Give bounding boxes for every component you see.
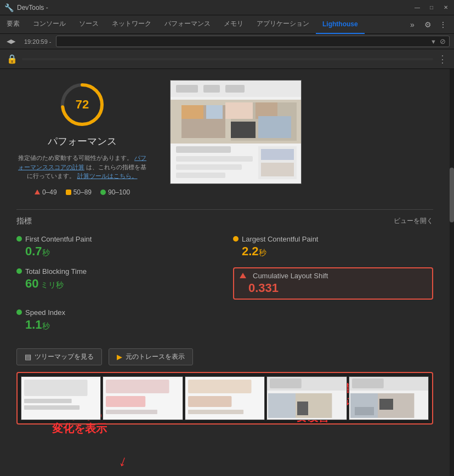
tab-console[interactable]: コンソール xyxy=(26,15,72,34)
metric-si: Speed Index 1.1秒 xyxy=(16,308,217,332)
content-wrapper: 72 パフォーマンス 推定値のため変動する可能性があります。 パフォーマンススコ… xyxy=(0,69,454,476)
filmstrip-frame-5 xyxy=(349,376,429,420)
tab-sources[interactable]: ソース xyxy=(72,15,105,34)
page-screenshot xyxy=(170,80,302,184)
main-panel: 72 パフォーマンス 推定値のため変動する可能性があります。 パフォーマンススコ… xyxy=(0,69,450,476)
metric-lcp-status xyxy=(233,236,239,242)
filmstrip-frame-4 xyxy=(266,376,347,420)
metric-lcp: Largest Contentful Paint 2.2秒 xyxy=(233,235,433,259)
tab-performance[interactable]: パフォーマンス xyxy=(158,15,217,34)
window-controls: — □ ✕ xyxy=(413,4,450,12)
arrow-time-series: ↓ xyxy=(117,452,130,471)
toolbar-nav-icon[interactable]: ◀▶ xyxy=(4,35,18,48)
metric-si-header: Speed Index xyxy=(16,308,217,317)
minimize-button[interactable]: — xyxy=(413,4,421,12)
trace-button[interactable]: ▶ 元のトレースを表示 xyxy=(109,348,193,365)
url-bar: 🔒 ⋮ xyxy=(0,49,454,69)
svg-rect-37 xyxy=(270,378,302,388)
svg-rect-22 xyxy=(261,163,294,176)
svg-rect-29 xyxy=(106,396,145,407)
filmstrip xyxy=(16,372,433,425)
more-tabs-button[interactable]: » xyxy=(406,18,419,31)
svg-rect-47 xyxy=(379,399,393,410)
devtools-tabs: 要素 コンソール ソース ネットワーク パフォーマンス メモリ アプリケーション… xyxy=(0,15,454,34)
filmstrip-frame-2 xyxy=(103,376,183,420)
trace-icon: ▶ xyxy=(117,353,122,361)
filmstrip-frame-1 xyxy=(21,376,101,420)
toolbar-clear-button[interactable]: ⊘ xyxy=(440,37,446,45)
svg-rect-17 xyxy=(176,156,253,162)
metric-tbt-status xyxy=(16,268,22,274)
svg-rect-33 xyxy=(188,396,231,407)
legend-bad-icon xyxy=(35,190,40,194)
view-metrics-button[interactable]: ビューを開く xyxy=(394,216,433,226)
treemap-label: ツリーマップを見る xyxy=(35,352,94,362)
url-more-button[interactable]: ⋮ xyxy=(438,53,447,65)
svg-rect-14 xyxy=(231,122,256,138)
svg-rect-15 xyxy=(258,116,291,138)
tab-application[interactable]: アプリケーション xyxy=(250,15,316,34)
legend-bad: 0–49 xyxy=(35,188,57,196)
more-options-button[interactable]: ⋮ xyxy=(436,18,450,31)
right-scrollbar[interactable] xyxy=(450,69,454,476)
devtools-toolbar: ◀▶ 19:20:59 - ▼ ⊘ xyxy=(0,34,454,49)
metric-fcp-status xyxy=(16,236,22,242)
page-url-text xyxy=(22,58,433,60)
metric-si-status xyxy=(16,309,22,315)
metric-cls-value: 0.331 xyxy=(248,281,427,295)
toolbar-url-dropdown[interactable]: ▼ xyxy=(430,38,436,45)
toolbar-url-wrapper: ▼ ⊘ xyxy=(56,36,450,47)
tab-bar-right: » ⚙ ⋮ xyxy=(406,18,454,31)
treemap-icon: ▤ xyxy=(25,353,31,361)
svg-rect-26 xyxy=(24,405,80,410)
svg-rect-46 xyxy=(355,407,374,415)
metric-fcp-value: 0.7秒 xyxy=(25,244,217,259)
treemap-button[interactable]: ▤ ツリーマップを見る xyxy=(16,348,102,365)
svg-rect-25 xyxy=(24,399,72,403)
performance-label: パフォーマンス xyxy=(48,135,117,148)
svg-rect-24 xyxy=(24,380,88,396)
svg-rect-43 xyxy=(352,378,384,388)
svg-rect-21 xyxy=(261,149,294,160)
tab-lighthouse[interactable]: Lighthouse xyxy=(316,15,365,34)
security-icon: 🔒 xyxy=(7,54,18,64)
metric-cls-status xyxy=(240,273,246,278)
settings-button[interactable]: ⚙ xyxy=(421,18,434,31)
metrics-section: 指標 ビューを開く First Contentful Paint 0.7秒 xyxy=(16,209,433,425)
title-bar-left: 🔧 DevTools - xyxy=(4,3,52,12)
maximize-button[interactable]: □ xyxy=(428,4,435,12)
score-legend: 0–49 50–89 90–100 xyxy=(35,188,130,196)
performance-score-circle: 72 xyxy=(58,80,107,129)
tab-elements[interactable]: 要素 xyxy=(0,15,26,34)
svg-rect-18 xyxy=(176,164,242,170)
metric-fcp-name: First Contentful Paint xyxy=(25,235,92,243)
metric-cls-header: Cumulative Layout Shift xyxy=(240,272,427,280)
metric-fcp-header: First Contentful Paint xyxy=(16,235,217,243)
legend-needs-improvement: 50–89 xyxy=(66,188,92,196)
metric-tbt-name: Total Blocking Time xyxy=(25,267,87,276)
svg-rect-16 xyxy=(176,146,231,153)
legend-good: 90–100 xyxy=(100,188,130,196)
svg-rect-10 xyxy=(181,105,203,119)
svg-rect-11 xyxy=(206,105,223,119)
svg-rect-30 xyxy=(106,410,157,414)
tab-memory[interactable]: メモリ xyxy=(217,15,250,34)
legend-orange-icon xyxy=(66,190,71,195)
svg-rect-4 xyxy=(176,85,198,93)
close-button[interactable]: ✕ xyxy=(442,4,450,12)
svg-rect-6 xyxy=(225,85,245,93)
trace-label: 元のトレースを表示 xyxy=(126,352,185,362)
metric-si-name: Speed Index xyxy=(25,308,65,317)
svg-rect-32 xyxy=(188,380,252,393)
metrics-grid: First Contentful Paint 0.7秒 Largest Cont… xyxy=(16,235,433,332)
legend-green-icon xyxy=(100,190,106,195)
metrics-header: 指標 ビューを開く xyxy=(16,209,433,226)
calculator-link[interactable]: 計算ツールはこちら。 xyxy=(77,173,138,179)
metric-cls-name: Cumulative Layout Shift xyxy=(253,272,328,280)
title-bar: 🔧 DevTools - — □ ✕ xyxy=(0,0,454,15)
metrics-section-title: 指標 xyxy=(16,216,32,226)
metric-fcp: First Contentful Paint 0.7秒 xyxy=(16,235,217,259)
svg-rect-28 xyxy=(106,380,169,393)
tab-network[interactable]: ネットワーク xyxy=(105,15,158,34)
scrollbar-thumb[interactable] xyxy=(450,168,454,222)
